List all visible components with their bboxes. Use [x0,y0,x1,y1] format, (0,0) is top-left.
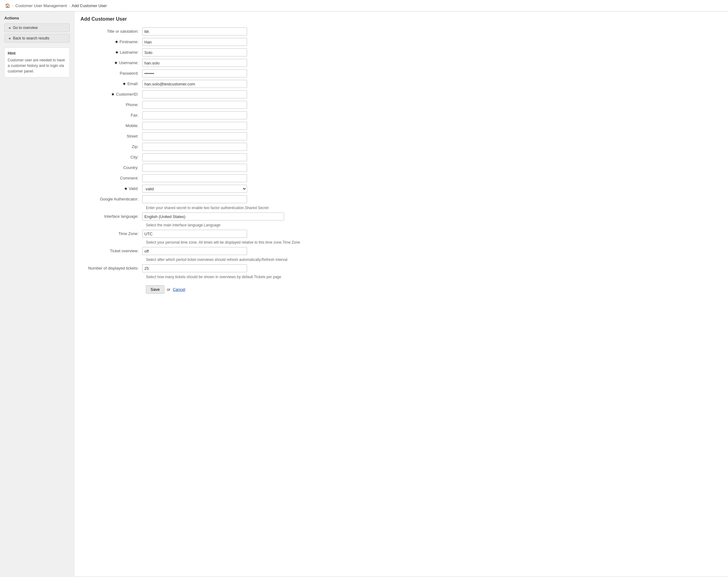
label-street: Street: [80,132,142,138]
hint-num-tickets: Select how many tickets should be shown … [146,275,722,279]
breadcrumb-customer-user-management[interactable]: Customer User Management [16,3,67,8]
page-title: Add Customer User [80,16,722,22]
go-to-overview-label: Go to overview [13,26,37,30]
arrow-icon-search: ◄ [8,36,11,40]
input-phone[interactable] [142,101,247,109]
field-row-zip: Zip: [80,143,722,151]
input-ticket-overview[interactable] [142,247,247,255]
label-country: Country: [80,164,142,170]
input-comment[interactable] [142,174,247,182]
field-row-password: Password: [80,70,722,77]
label-zip: Zip: [80,143,142,149]
label-customerid: CustomerID: [80,90,142,97]
sidebar: Actions ◄ Go to overview ◄ Back to searc… [0,11,74,576]
form-actions: Save or Cancel [146,285,722,294]
field-row-interface-lang: Interface language: [80,212,722,220]
field-row-firstname: Firstname: [80,38,722,46]
label-city: City: [80,153,142,159]
actions-title: Actions [4,16,70,20]
field-row-ticket-overview: Ticket overview: [80,247,722,255]
save-button[interactable]: Save [146,285,164,294]
input-mobile[interactable] [142,122,247,130]
label-num-tickets: Number of displayed tickets: [80,264,142,270]
input-interface-lang[interactable] [142,212,284,220]
field-row-phone: Phone: [80,101,722,109]
select-valid[interactable]: valid invalid temporarily invalid [142,185,247,193]
input-street[interactable] [142,132,247,140]
field-row-google-auth: Google Authenticator: [80,195,722,203]
label-valid: Valid: [80,185,142,191]
field-row-fax: Fax: [80,111,722,119]
breadcrumb-add-customer-user: Add Customer User [72,3,107,8]
breadcrumb-sep-2: › [69,4,70,7]
label-fax: Fax: [80,111,142,117]
field-row-valid: Valid: valid invalid temporarily invalid [80,185,722,193]
input-country[interactable] [142,164,247,172]
cancel-button[interactable]: Cancel [173,287,185,292]
hint-google-auth: Enter your shared secret to enable two f… [146,206,722,210]
breadcrumb-sep-1: › [12,4,14,7]
or-text: or [167,287,171,292]
input-google-auth[interactable] [142,195,247,203]
main-content: Add Customer User Title or salutation: F… [74,11,728,576]
input-lastname[interactable] [142,48,247,56]
hint-title: Hint [8,51,66,55]
label-comment: Comment: [80,174,142,180]
field-row-username: Username: [80,59,722,67]
field-row-timezone: Time Zone: [80,230,722,238]
input-zip[interactable] [142,143,247,151]
label-mobile: Mobile: [80,122,142,128]
input-title[interactable] [142,27,247,35]
field-row-comment: Comment: [80,174,722,182]
label-phone: Phone: [80,101,142,107]
field-row-customerid: CustomerID: [80,90,722,98]
arrow-icon-overview: ◄ [8,26,11,30]
field-row-email: Email: [80,80,722,88]
field-row-mobile: Mobile: [80,122,722,130]
input-fax[interactable] [142,111,247,119]
hint-ticket-overview: Select after which period ticket overvie… [146,258,722,262]
back-to-search-label: Back to search results [13,36,49,41]
field-row-street: Street: [80,132,722,140]
label-lastname: Lastname: [80,48,142,55]
label-email: Email: [80,80,142,86]
hint-text: Customer user are needed to have a custo… [8,57,66,74]
field-row-title: Title or salutation: [80,27,722,35]
label-interface-lang: Interface language: [80,212,142,219]
hint-box: Hint Customer user are needed to have a … [4,48,70,77]
input-password[interactable] [142,70,247,77]
breadcrumb: 🏠 › Customer User Management › Add Custo… [0,0,728,11]
back-to-search-button[interactable]: ◄ Back to search results [4,34,70,43]
input-email[interactable] [142,80,247,88]
label-title: Title or salutation: [80,27,142,34]
label-google-auth: Google Authenticator: [80,195,142,201]
input-firstname[interactable] [142,38,247,46]
label-firstname: Firstname: [80,38,142,44]
field-row-lastname: Lastname: [80,48,722,56]
hint-timezone: Select your personal time zone. All time… [146,240,722,244]
label-password: Password: [80,70,142,76]
home-icon[interactable]: 🏠 [4,2,10,9]
label-timezone: Time Zone: [80,230,142,236]
input-username[interactable] [142,59,247,67]
input-num-tickets[interactable] [142,264,247,272]
label-ticket-overview: Ticket overview: [80,247,142,253]
field-row-num-tickets: Number of displayed tickets: [80,264,722,272]
go-to-overview-button[interactable]: ◄ Go to overview [4,23,70,32]
field-row-country: Country: [80,164,722,172]
label-username: Username: [80,59,142,65]
input-city[interactable] [142,153,247,161]
input-customerid[interactable] [142,90,247,98]
hint-interface-lang: Select the main interface language.Langu… [146,223,722,227]
field-row-city: City: [80,153,722,161]
input-timezone[interactable] [142,230,247,238]
